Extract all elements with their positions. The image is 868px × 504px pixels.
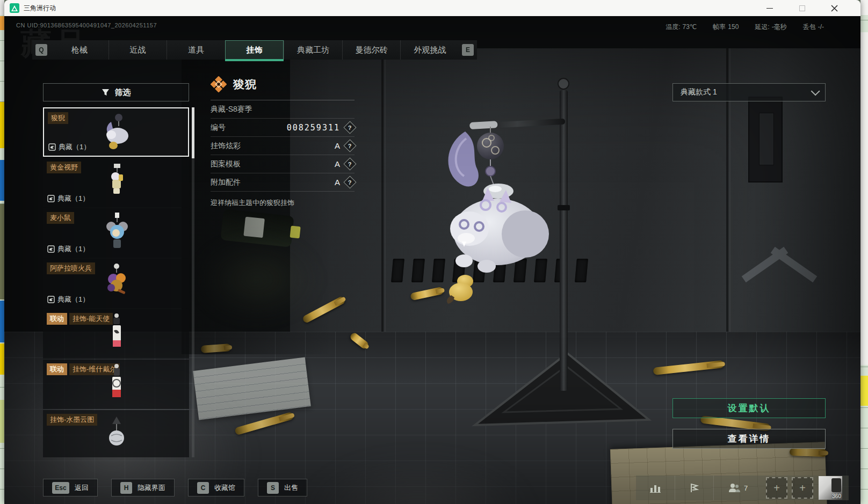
plus-icon: +: [799, 482, 806, 494]
item-name-tag: 黄金视野: [47, 162, 81, 173]
charm-list: 狻猊 典藏（1） 黄金视野 典藏: [43, 107, 189, 457]
filter-button[interactable]: 筛选: [43, 83, 189, 101]
row-label: 编号: [211, 123, 226, 133]
uid-text: CN UID:90136863595400491047_202604251157: [16, 22, 157, 28]
stat-value: 150: [728, 23, 739, 31]
list-scrollbar[interactable]: [192, 107, 194, 457]
collection-count: 典藏（1）: [57, 244, 89, 254]
collection-count: 典藏（1）: [57, 295, 89, 304]
tab-appearance-challenge[interactable]: 外观挑战: [400, 40, 459, 60]
maximize-button[interactable]: [795, 2, 809, 14]
list-item-asala-flametrooper[interactable]: 阿萨拉喷火兵 典藏（1）: [43, 259, 189, 308]
list-item-wisadel-charm[interactable]: 联动 挂饰-维什戴尔: [43, 360, 189, 409]
item-name-tag: 麦小鼠: [47, 212, 74, 224]
help-icon[interactable]: ?: [343, 139, 356, 152]
member-count: 7: [744, 484, 748, 492]
item-thumbnail: [97, 211, 135, 254]
next-tab-keycap[interactable]: E: [462, 44, 474, 56]
help-icon[interactable]: ?: [343, 157, 356, 170]
stat-label: 温度:: [666, 23, 680, 31]
list-item-exusiai-charm[interactable]: 联动 挂饰-能天使: [43, 309, 189, 359]
stat-value: 73℃: [682, 23, 697, 31]
sell-label: 出售: [284, 483, 298, 493]
filter-icon: [102, 89, 110, 97]
stats-chart-button[interactable]: [636, 476, 675, 500]
scrollbar-thumb[interactable]: [192, 107, 194, 158]
help-icon[interactable]: ?: [343, 121, 356, 134]
set-default-button[interactable]: 设置默认: [672, 398, 826, 418]
collab-tag: 联动: [47, 313, 67, 325]
bullet-casing: [790, 448, 827, 457]
list-item-suanni[interactable]: 狻猊 典藏（1）: [43, 107, 189, 157]
back-label: 返回: [75, 483, 89, 493]
view-details-button[interactable]: 查看详情: [672, 429, 826, 449]
hotkey-bar: Esc 返回 H 隐藏界面 C 收藏馆 S 出售: [43, 479, 307, 496]
hide-ui-button[interactable]: H 隐藏界面: [111, 479, 175, 496]
performance-stats: 温度:73℃ 帧率150 延迟:-毫秒 丢包-/-: [666, 23, 826, 32]
close-button[interactable]: [827, 2, 841, 14]
row-label: 挂饰炫彩: [211, 141, 241, 151]
empty-slot-button[interactable]: +: [766, 477, 787, 499]
list-item-ink-cloud-charm[interactable]: 挂饰-水墨云图: [43, 410, 189, 457]
crate-chevron-mark: [739, 235, 820, 289]
plus-icon: +: [773, 482, 780, 494]
esc-keycap: Esc: [52, 482, 69, 494]
list-item-golden-vision[interactable]: 黄金视野 典藏（1）: [43, 158, 189, 207]
style-dropdown[interactable]: 典藏款式 1: [672, 83, 826, 101]
chevron-down-icon: [811, 86, 820, 96]
season-label: 典藏-S8赛季: [211, 105, 252, 114]
game-viewport: 藏品 CN UID:90136863595400491047_202604251…: [4, 16, 860, 504]
collection-hall-button[interactable]: C 收藏馆: [188, 479, 244, 496]
tab-charms[interactable]: 挂饰: [225, 40, 284, 60]
viewer-thumbnail[interactable]: 360: [819, 476, 842, 500]
viewer-360-label: 360: [832, 493, 841, 499]
help-icon[interactable]: ?: [343, 176, 356, 188]
collection-count: 典藏（1）: [59, 142, 90, 152]
team-members-button[interactable]: 7: [713, 476, 762, 500]
filter-label: 筛选: [115, 87, 131, 98]
back-button[interactable]: Esc 返回: [43, 479, 98, 496]
detail-row-pattern: 图案模板 A ?: [211, 155, 355, 173]
background-spreadsheet-left: [0, 0, 4, 504]
list-item-mai-mouse[interactable]: 麦小鼠 典藏（1）: [43, 208, 189, 258]
tab-items[interactable]: 道具: [167, 40, 225, 60]
sell-button[interactable]: S 出售: [258, 479, 307, 496]
item-thumbnail: [97, 363, 135, 406]
item-name-tag: 挂饰-水墨云图: [47, 414, 97, 426]
collection-icon: [47, 195, 55, 202]
h-keycap: H: [120, 482, 132, 494]
tab-mandel-brick[interactable]: 曼德尔砖: [342, 40, 401, 60]
prev-tab-keycap[interactable]: Q: [35, 44, 47, 56]
item-thumbnail: [97, 112, 135, 152]
detail-row-accessory: 附加配件 A ?: [211, 173, 355, 192]
crate-latch: [748, 97, 783, 182]
item-name-tag: 阿萨拉喷火兵: [47, 262, 95, 274]
dropdown-value: 典藏款式 1: [681, 87, 717, 97]
collection-icon: [48, 143, 56, 151]
collection-icon: [47, 245, 55, 253]
detail-row-colorway: 挂饰炫彩 A ?: [211, 137, 355, 155]
tab-collection-workshop[interactable]: 典藏工坊: [284, 40, 342, 60]
collab-tag: 联动: [47, 363, 67, 375]
c-keycap: C: [197, 482, 209, 494]
minimize-button[interactable]: [763, 2, 777, 14]
detail-row-serial: 编号 008259311 ?: [211, 119, 355, 137]
detail-panel: 狻猊 典藏-S8赛季 编号 008259311 ? 挂饰炫彩 A ? 图案模板 …: [211, 76, 355, 208]
charm-3d-stand: [385, 70, 685, 445]
flag-icon: [690, 483, 699, 493]
report-flag-button[interactable]: [675, 476, 713, 500]
empty-slot-button[interactable]: +: [792, 477, 813, 499]
item-name-tag: 狻猊: [48, 112, 68, 124]
tab-melee[interactable]: 近战: [108, 40, 167, 60]
item-thumbnail: [97, 163, 135, 202]
item-thumbnail: [97, 312, 135, 355]
rarity-diamond-icon: [211, 76, 227, 92]
app-window: 三角洲行动: [4, 0, 860, 504]
people-icon: [728, 483, 741, 493]
row-value: A: [335, 141, 340, 150]
stat-value: -/-: [818, 23, 824, 31]
hide-ui-label: 隐藏界面: [138, 483, 165, 493]
tab-weapons[interactable]: 枪械: [50, 40, 108, 60]
row-label: 附加配件: [211, 178, 241, 187]
row-value: A: [335, 178, 340, 187]
